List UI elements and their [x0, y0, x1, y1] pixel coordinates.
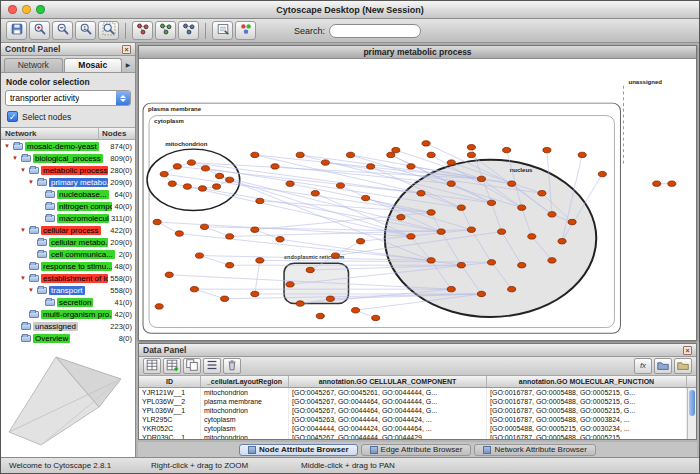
tree-label: transport: [49, 286, 85, 295]
tab-node-attribute-browser[interactable]: Node Attribute Browser: [239, 444, 358, 456]
tree-row-cell-communica[interactable]: cell communica...2(0): [1, 248, 135, 260]
search-label: Search:: [294, 26, 325, 36]
delete-attribute-button[interactable]: [223, 358, 241, 374]
attribute-list-button[interactable]: [203, 358, 221, 374]
table-row[interactable]: YPL036W__1mitochondrion[GO:0045267, GO:0…: [139, 406, 696, 415]
node-count: 311(0): [111, 214, 132, 223]
zoom-fit-button[interactable]: [98, 21, 119, 40]
copy-attribute-button[interactable]: [183, 358, 201, 374]
tree-row-secretion[interactable]: secretion41(0): [1, 296, 135, 308]
table-row[interactable]: YDR039C__1mitochondrion[GO:0045267, GO:0…: [139, 433, 696, 439]
tree-row-unassigned[interactable]: unassigned223(0): [1, 320, 135, 332]
scrollbar-thumb[interactable]: [689, 390, 695, 416]
toolbar-separator: [205, 23, 206, 39]
create-attribute-button[interactable]: [163, 358, 181, 374]
tree-row-primary-metabo[interactable]: ▼primary metabo...209(0): [1, 176, 135, 188]
folder-icon: [29, 167, 39, 174]
tree-row-nucleobase[interactable]: nucleobase...64(0): [1, 188, 135, 200]
tree-row-biological-process[interactable]: ▼biological_process809(0): [1, 152, 135, 164]
expander-icon[interactable]: ▼: [4, 140, 11, 152]
column-nodes[interactable]: Nodes: [99, 128, 135, 139]
tree-row-response-to-stimu[interactable]: response to stimu...48(0): [1, 260, 135, 272]
import-network-icon: [216, 22, 230, 39]
column-header[interactable]: annotation.GO MOLECULAR_FUNCTION: [487, 376, 687, 387]
close-button[interactable]: [8, 5, 17, 14]
expander-icon[interactable]: ▼: [28, 176, 35, 188]
title-bar[interactable]: Cytoscape Desktop (New Session): [1, 1, 699, 19]
tree-row-multi-organism-pro[interactable]: multi-organism pro...42(0): [1, 308, 135, 320]
search-input[interactable]: [329, 24, 421, 38]
tab-mosaic[interactable]: Mosaic: [64, 58, 123, 72]
table-scrollbar[interactable]: [687, 388, 696, 439]
table-cell: [GO:0045267, GO:0045261, GO:0044444, G..…: [289, 388, 487, 397]
control-panel-close-icon[interactable]: ×: [122, 45, 131, 54]
expander-icon[interactable]: ▼: [12, 152, 19, 164]
open-attributes-button[interactable]: [674, 358, 692, 374]
hide-selected-button[interactable]: [132, 21, 153, 40]
vizmapper-icon: [239, 22, 253, 39]
zoom-actual-button[interactable]: 1: [75, 21, 96, 40]
expander-icon[interactable]: ▼: [20, 224, 27, 236]
column-header[interactable]: _cellularLayoutRegion: [201, 376, 289, 387]
tree-label: primary metabo...: [49, 178, 108, 187]
expander-icon[interactable]: ▼: [20, 272, 27, 284]
function-builder-button[interactable]: fx: [634, 358, 652, 374]
zoom-window-button[interactable]: [36, 5, 45, 14]
tree-row-macromolecule[interactable]: macromolecule...311(0): [1, 212, 135, 224]
save-button[interactable]: [6, 21, 27, 40]
data-panel-close-icon[interactable]: ×: [683, 346, 692, 355]
tab-scroll-right-icon[interactable]: ▶: [123, 58, 133, 72]
expander-icon[interactable]: ▼: [28, 284, 35, 296]
tree-column-headers: Network Nodes: [1, 127, 135, 140]
table-row[interactable]: YPL036W__2plasma membrane[GO:0045267, GO…: [139, 397, 696, 406]
zoom-in-button[interactable]: [29, 21, 50, 40]
tab-label: Network Attribute Browser: [494, 445, 586, 455]
window-controls: [1, 5, 45, 14]
tree-label: secretion: [57, 298, 93, 307]
svg-text:unassigned: unassigned: [629, 79, 663, 85]
table-cell: plasma membrane: [201, 397, 289, 406]
vizmapper-button[interactable]: [235, 21, 256, 40]
table-row[interactable]: YKR052Ccytoplasm[GO:0044444, GO:0044424,…: [139, 424, 696, 433]
zoom-out-button[interactable]: [52, 21, 73, 40]
table-cell: cytoplasm: [201, 424, 289, 433]
column-header[interactable]: annotation.GO CELLULAR_COMPONENT: [289, 376, 487, 387]
tree-label: establishment of lo...: [41, 274, 108, 283]
network-window-title[interactable]: primary metabolic process: [139, 46, 696, 59]
main-area: Control Panel × Network Mosaic ▶ Node co…: [1, 43, 699, 457]
select-attributes-button[interactable]: [143, 358, 161, 374]
import-attributes-button[interactable]: [654, 358, 672, 374]
tree-row-cellular-process[interactable]: ▼cellular process422(0): [1, 224, 135, 236]
node-color-dropdown[interactable]: transporter activity: [5, 90, 131, 106]
tree-label: multi-organism pro...: [41, 310, 112, 319]
network-canvas[interactable]: plasma membranecytoplasmmitochondrionnuc…: [139, 59, 696, 340]
show-all-button[interactable]: [155, 21, 176, 40]
expander-icon[interactable]: ▼: [20, 164, 27, 176]
table-cell: [GO:0045267, GO:0044444, GO:0044429, ...: [289, 433, 487, 439]
tab-network[interactable]: Network: [4, 58, 63, 72]
table-icon: [248, 446, 256, 454]
tab-network-attribute-browser[interactable]: Network Attribute Browser: [474, 444, 595, 456]
data-toolbar-icons: [143, 358, 241, 374]
tree-row-establishment-of-lo[interactable]: ▼establishment of lo...558(0): [1, 272, 135, 284]
tab-edge-attribute-browser[interactable]: Edge Attribute Browser: [361, 444, 472, 456]
tree-row-cellular-metabo[interactable]: cellular metabo...209(0): [1, 236, 135, 248]
svg-text:1: 1: [83, 25, 86, 31]
tree-row-transport[interactable]: ▼transport558(0): [1, 284, 135, 296]
main-toolbar: 1 Search:: [1, 19, 699, 43]
select-nodes-checkbox[interactable]: ✓: [7, 111, 18, 122]
column-header[interactable]: ID: [139, 376, 201, 387]
new-network-from-selection-button[interactable]: [178, 21, 199, 40]
column-network[interactable]: Network: [1, 128, 99, 139]
tree-row-nitrogen-compo[interactable]: nitrogen compo...40(0): [1, 200, 135, 212]
import-network-button[interactable]: [212, 21, 233, 40]
table-row[interactable]: YLR295Ccytoplasm[GO:0045263, GO:0044444,…: [139, 415, 696, 424]
network-tree: ▼mosaic-demo-yeast874(0)▼biological_proc…: [1, 140, 135, 457]
table-cell: cytoplasm: [201, 415, 289, 424]
minimize-button[interactable]: [22, 5, 31, 14]
node-count: 809(0): [110, 154, 132, 163]
table-row[interactable]: YJR121W__1mitochondrion[GO:0045267, GO:0…: [139, 388, 696, 397]
tree-row-metabolic-process[interactable]: ▼metabolic process280(0): [1, 164, 135, 176]
zoom-in-icon: [33, 22, 47, 39]
tree-row-mosaic-demo-yeast[interactable]: ▼mosaic-demo-yeast874(0): [1, 140, 135, 152]
